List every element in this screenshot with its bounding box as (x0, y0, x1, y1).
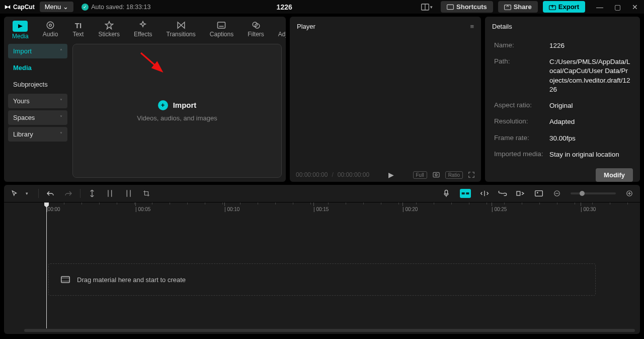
fullscreen-icon[interactable] (468, 171, 475, 178)
media-tabs: Media Audio TI Text Stickers Effects Tra… (4, 17, 286, 40)
export-button[interactable]: Export (543, 1, 585, 13)
import-dropzone[interactable]: + Import Videos, audios, and images (72, 44, 282, 178)
preview-axis-button[interactable] (516, 189, 525, 198)
tab-audio[interactable]: Audio (42, 21, 59, 40)
text-icon: TI (72, 21, 84, 30)
tab-captions-label: Captions (210, 31, 233, 38)
player-menu-icon[interactable]: ≡ (470, 23, 474, 30)
select-tool-dropdown[interactable]: ▾ (22, 189, 31, 198)
tab-stickers[interactable]: Stickers (97, 21, 121, 40)
voiceover-button[interactable] (442, 189, 451, 198)
select-tool[interactable] (10, 189, 19, 198)
zoom-slider[interactable] (571, 192, 616, 194)
ratio-toggle[interactable]: Ratio (445, 171, 463, 179)
player-controls: 00:00:00:00 / 00:00:00:00 ▶ Full Ratio (290, 168, 481, 182)
tab-effects[interactable]: Effects (133, 21, 153, 40)
export-icon (549, 4, 556, 10)
svg-rect-31 (445, 190, 447, 194)
layout-preset-button[interactable]: ▾ (418, 2, 436, 12)
tab-media[interactable]: Media (11, 21, 30, 40)
linkage-button[interactable] (498, 189, 507, 198)
import-title: Import (173, 101, 197, 109)
detail-imported-value: Stay in original location (549, 150, 631, 159)
svg-marker-6 (18, 24, 23, 28)
main-panels: Media Audio TI Text Stickers Effects Tra… (0, 14, 644, 185)
horizontal-scrollbar[interactable] (24, 329, 635, 332)
detail-name-label: Name: (494, 41, 544, 50)
sidebar-yours[interactable]: Yours ˅ (8, 94, 67, 108)
svg-rect-44 (61, 277, 70, 283)
detail-path-label: Path: (494, 57, 544, 94)
sidebar-library[interactable]: Library ˅ (8, 127, 67, 142)
tab-stickers-label: Stickers (98, 31, 120, 38)
autosave-status: ✓ Auto saved: 18:33:13 (82, 4, 150, 11)
close-button[interactable]: ✕ (630, 2, 640, 12)
app-name: CapCut (13, 4, 35, 11)
sidebar-media[interactable]: Media (8, 60, 67, 75)
media-panel: Media Audio TI Text Stickers Effects Tra… (4, 17, 286, 182)
tab-transitions-label: Transitions (167, 31, 196, 38)
zoom-knob[interactable] (580, 191, 585, 196)
drag-hint: Drag material here and start to create (48, 263, 596, 296)
split-tool[interactable] (88, 189, 97, 198)
shortcuts-button[interactable]: Shortcuts (441, 1, 493, 13)
sidebar-spaces[interactable]: Spaces ˅ (8, 110, 67, 125)
svg-point-8 (49, 24, 52, 27)
crop-tool[interactable] (142, 189, 151, 198)
detail-resolution-value: Adapted (549, 117, 631, 126)
details-panel: Details Name:1226 Path:C:/Users/PMLS/App… (485, 17, 640, 182)
shortcuts-label: Shortcuts (456, 3, 487, 11)
tab-transitions[interactable]: Transitions (166, 21, 197, 40)
tab-text[interactable]: TI Text (71, 21, 85, 40)
detail-fps-label: Frame rate: (494, 134, 544, 143)
preview-quality-icon[interactable] (432, 171, 440, 178)
auto-snap-button[interactable] (480, 189, 489, 198)
ruler-tick: | 00:25 (492, 202, 507, 212)
media-icon (13, 21, 28, 32)
captions-icon (215, 21, 227, 30)
zoom-out-button[interactable] (552, 189, 561, 198)
svg-marker-11 (181, 22, 185, 28)
maximize-button[interactable]: ▢ (612, 2, 623, 12)
chevron-down-icon: ˅ (60, 131, 62, 137)
svg-rect-33 (466, 192, 469, 194)
tab-captions[interactable]: Captions (209, 21, 234, 40)
delete-left-tool[interactable] (106, 189, 115, 198)
svg-rect-2 (447, 5, 454, 9)
app-logo: CapCut (4, 4, 35, 11)
window-controls: — ▢ ✕ (594, 2, 640, 12)
zoom-in-button[interactable] (625, 189, 634, 198)
modify-button[interactable]: Modify (596, 168, 633, 182)
play-button[interactable]: ▶ (388, 171, 394, 179)
playhead[interactable] (46, 202, 47, 328)
timeline: ▾ |00:00| 00:05| 00:10| 00:15| 00:20| 00… (4, 185, 640, 334)
delete-right-tool[interactable] (124, 189, 133, 198)
sidebar-subprojects-label: Subprojects (13, 81, 48, 88)
sidebar-library-label: Library (13, 130, 33, 138)
tab-adjustment[interactable]: Adjustment (277, 21, 286, 40)
minimize-button[interactable]: — (594, 2, 605, 12)
plus-icon[interactable]: + (158, 100, 168, 110)
detail-aspect-value: Original (549, 101, 631, 110)
detail-aspect-label: Aspect ratio: (494, 101, 544, 110)
sidebar-subprojects[interactable]: Subprojects (8, 77, 67, 92)
undo-button[interactable] (46, 189, 55, 198)
timeline-tracks[interactable]: Drag material here and start to create (4, 213, 640, 334)
redo-button[interactable] (64, 189, 73, 198)
chevron-up-icon: ˄ (60, 48, 62, 54)
svg-point-25 (435, 174, 437, 176)
tab-filters[interactable]: Filters (247, 21, 265, 40)
sidebar-import[interactable]: Import ˄ (8, 44, 67, 58)
menu-button[interactable]: Menu ⌄ (40, 2, 74, 12)
details-title: Details (492, 23, 512, 30)
media-sidebar: Import ˄ Media Subprojects Yours ˅ Space… (8, 44, 67, 178)
share-icon (504, 4, 511, 10)
tab-text-label: Text (72, 31, 84, 38)
cover-button[interactable] (534, 189, 543, 198)
player-title: Player (297, 23, 315, 30)
timeline-ruler[interactable]: |00:00| 00:05| 00:10| 00:15| 00:20| 00:2… (4, 202, 640, 213)
main-track-magnet[interactable] (460, 189, 471, 198)
share-button[interactable]: Share (498, 1, 538, 13)
ruler-tick: | 00:15 (313, 202, 329, 212)
full-toggle[interactable]: Full (413, 171, 427, 179)
